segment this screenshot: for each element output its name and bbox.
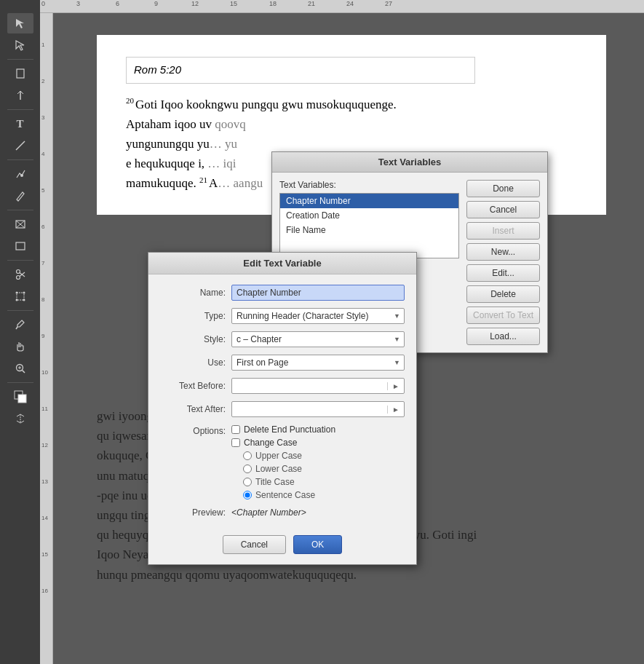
name-input[interactable]	[231, 285, 405, 301]
type-row: Type: Running Header (Character Style) R…	[160, 308, 405, 324]
tv-item-file-name[interactable]: File Name	[280, 223, 458, 237]
text-after-row: Text After: ►	[160, 401, 405, 417]
title-case-label[interactable]: Title Case	[255, 477, 295, 487]
lower-case-radio[interactable]	[243, 465, 252, 473]
lower-case-label[interactable]: Lower Case	[255, 464, 302, 474]
hand-tool[interactable]	[7, 336, 33, 357]
direct-selection-tool[interactable]	[7, 35, 33, 55]
gap-tool[interactable]	[7, 85, 33, 106]
svg-point-17	[23, 292, 25, 294]
rectangle-tool[interactable]	[7, 236, 33, 256]
ruler-mark-15: 15	[230, 0, 237, 7]
ruler-mark-12: 12	[191, 0, 199, 7]
text-variables-title: Text Variables	[272, 152, 547, 173]
new-button[interactable]: New...	[466, 243, 540, 261]
separator-5	[7, 260, 33, 261]
upper-case-radio[interactable]	[243, 451, 252, 460]
convert-to-text-button: Convert To Text	[466, 307, 540, 324]
svg-point-16	[15, 292, 17, 294]
ruler-left-8: 8	[41, 297, 44, 303]
swap-colors[interactable]	[7, 408, 33, 429]
ruler-mark-27: 27	[385, 0, 392, 7]
sentence-case-radio[interactable]	[243, 491, 252, 499]
delete-button[interactable]: Delete	[466, 285, 540, 303]
use-row: Use: First on Page Last on Page Any on P…	[160, 355, 405, 371]
ruler-mark-9: 9	[154, 0, 158, 7]
style-select[interactable]: c – Chapter [None]	[231, 331, 405, 347]
title-case-row: Title Case	[231, 477, 405, 487]
ruler-left-16: 16	[41, 588, 48, 594]
ruler-left-1: 1	[41, 42, 44, 48]
change-case-checkbox[interactable]	[231, 438, 240, 447]
options-row: Options: Delete End Punctuation Change C…	[160, 424, 405, 500]
tv-item-chapter-number[interactable]: Chapter Number	[280, 194, 458, 208]
text-after-input[interactable]	[232, 402, 387, 416]
options-label: Options:	[160, 424, 226, 436]
type-select-wrapper: Running Header (Character Style) Running…	[231, 308, 405, 324]
ruler-left-2: 2	[41, 79, 44, 84]
text-before-input[interactable]	[232, 379, 387, 393]
apply-color-fill[interactable]	[7, 387, 33, 407]
ruler-left-5: 5	[41, 188, 44, 194]
ruler-mark-21: 21	[308, 0, 315, 7]
eyedropper-tool[interactable]	[7, 315, 33, 335]
edit-button[interactable]: Edit...	[466, 264, 540, 282]
ruler-mark-18: 18	[269, 0, 277, 7]
type-label: Type:	[160, 311, 226, 321]
cancel-button[interactable]: Cancel	[466, 201, 540, 218]
text-before-label: Text Before:	[160, 381, 226, 391]
separator-3	[7, 159, 33, 160]
tv-item-creation-date[interactable]: Creation Date	[280, 208, 458, 223]
ruler-left-14: 14	[41, 515, 48, 521]
page-tool[interactable]	[7, 63, 33, 84]
pen-tool[interactable]	[7, 164, 33, 184]
svg-point-12	[16, 270, 20, 274]
ruler-mark-24: 24	[346, 0, 354, 7]
preview-label: Preview:	[160, 507, 226, 518]
text-before-arrow[interactable]: ►	[387, 382, 404, 390]
text-after-arrow[interactable]: ►	[387, 406, 404, 414]
upper-case-label[interactable]: Upper Case	[255, 451, 302, 461]
delete-end-punctuation-checkbox[interactable]	[231, 425, 240, 434]
ruler-left-15: 15	[41, 552, 48, 558]
use-select[interactable]: First on Page Last on Page Any on Page	[231, 355, 405, 371]
use-label: Use:	[160, 357, 226, 368]
delete-end-punctuation-label[interactable]: Delete End Punctuation	[244, 424, 335, 435]
sentence-case-row: Sentence Case	[231, 490, 405, 500]
line-tool[interactable]	[7, 135, 33, 156]
svg-rect-10	[16, 242, 25, 250]
svg-line-4	[16, 141, 25, 150]
edit-dialog-body: Name: Type: Running Header (Character St…	[148, 274, 416, 528]
rectangle-frame-tool[interactable]	[7, 214, 33, 234]
ruler-left-13: 13	[41, 479, 48, 485]
text-after-input-wrapper: ►	[231, 401, 405, 417]
selection-tool[interactable]	[7, 13, 33, 33]
tv-list[interactable]: Chapter Number Creation Date File Name	[279, 193, 459, 258]
svg-rect-0	[17, 69, 24, 78]
preview-row: Preview: <Chapter Number>	[160, 507, 405, 518]
lower-case-row: Lower Case	[231, 464, 405, 474]
ruler-left-10: 10	[41, 370, 48, 376]
superscript-21: 21	[199, 175, 207, 184]
svg-point-19	[23, 299, 25, 301]
scissors-tool[interactable]	[7, 264, 33, 285]
ruler-left-4: 4	[41, 151, 44, 157]
upper-case-row: Upper Case	[231, 451, 405, 461]
edit-cancel-button[interactable]: Cancel	[223, 535, 286, 554]
zoom-tool[interactable]	[7, 358, 33, 379]
pencil-tool[interactable]	[7, 186, 33, 206]
load-button[interactable]: Load...	[466, 328, 540, 345]
ruler-left-11: 11	[41, 406, 48, 412]
ruler-top: 0 3 6 9 12 15 18 21 24 27	[40, 0, 644, 13]
change-case-row: Change Case	[231, 438, 405, 448]
ruler-left-7: 7	[41, 261, 44, 266]
edit-ok-button[interactable]: OK	[293, 535, 342, 554]
done-button[interactable]: Done	[466, 180, 540, 197]
title-case-radio[interactable]	[243, 478, 252, 486]
change-case-label[interactable]: Change Case	[244, 438, 297, 448]
type-tool[interactable]: T	[7, 114, 33, 134]
sentence-case-label[interactable]: Sentence Case	[255, 490, 315, 500]
edit-dialog-title: Edit Text Variable	[148, 253, 416, 274]
type-select[interactable]: Running Header (Character Style) Running…	[231, 308, 405, 324]
free-transform-tool[interactable]	[7, 286, 33, 307]
